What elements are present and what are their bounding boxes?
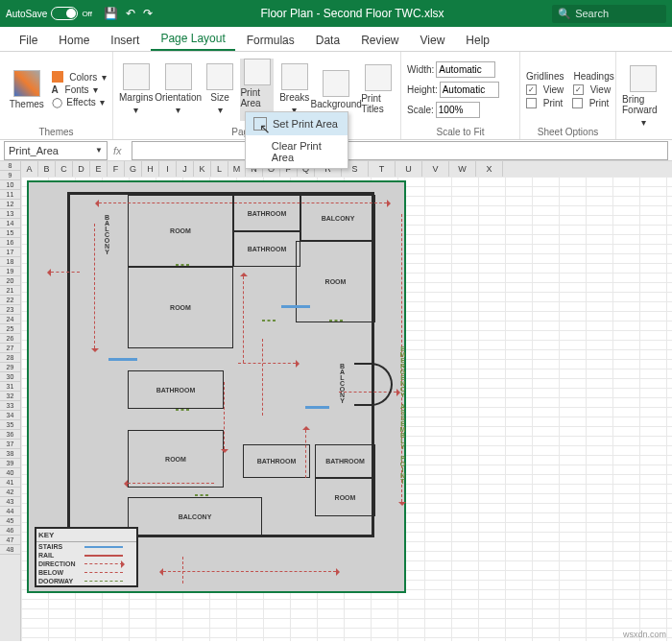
building-outline: ROOM BATHROOM BALCONY BATHROOM ROOM ROOM… bbox=[67, 192, 374, 537]
bathroom: BATHROOM bbox=[233, 231, 300, 267]
breaks-button[interactable]: Breaks▾ bbox=[277, 63, 311, 115]
print-area-dropdown: Set Print Area Clear Print Area bbox=[245, 111, 348, 169]
bathroom: BATHROOM bbox=[243, 444, 310, 478]
room: ROOM bbox=[128, 195, 233, 267]
background-button[interactable]: Background bbox=[315, 70, 357, 109]
floor-plan-selection: ROOM BATHROOM BALCONY BATHROOM ROOM ROOM… bbox=[27, 180, 406, 593]
emergency-label: EMERGENCY ASSEMBLY POINT bbox=[399, 345, 406, 484]
bring-forward-button[interactable]: Bring Forward▾ bbox=[622, 65, 664, 128]
search-input[interactable]: 🔍 Search bbox=[552, 5, 666, 23]
bathroom: BATHROOM bbox=[233, 195, 300, 231]
search-icon: 🔍 bbox=[558, 8, 571, 20]
tab-view[interactable]: View bbox=[411, 30, 455, 51]
toggle-icon bbox=[51, 7, 78, 20]
worksheet[interactable]: 8910111213141516171819202122232425262728… bbox=[0, 161, 672, 641]
headings-view-check[interactable]: ✓ bbox=[573, 84, 584, 95]
headings-print-check[interactable] bbox=[572, 98, 583, 108]
colors-button[interactable]: Colors ▾ bbox=[52, 71, 107, 83]
name-box[interactable]: Print_Area▼ bbox=[4, 141, 108, 160]
fonts-button[interactable]: A Fonts ▾ bbox=[52, 84, 107, 95]
row-headers[interactable]: 8910111213141516171819202122232425262728… bbox=[0, 161, 21, 641]
gridlines-view-check[interactable]: ✓ bbox=[526, 84, 537, 95]
tab-file[interactable]: File bbox=[10, 30, 47, 51]
save-icon[interactable]: 💾 bbox=[104, 7, 118, 20]
room: ROOM bbox=[296, 241, 375, 322]
balcony-label: BALCONY bbox=[104, 214, 110, 254]
tab-data[interactable]: Data bbox=[306, 30, 349, 51]
room: ROOM bbox=[315, 478, 375, 516]
fx-icon[interactable]: fx bbox=[108, 145, 128, 156]
margins-button[interactable]: Margins▾ bbox=[119, 63, 154, 115]
undo-icon[interactable]: ↶ bbox=[126, 7, 135, 20]
bathroom: BATHROOM bbox=[128, 370, 224, 409]
window-title: Floor Plan - Second Floor TWC.xlsx bbox=[158, 7, 546, 20]
height-input[interactable]: Height: bbox=[407, 82, 499, 98]
redo-icon[interactable]: ↷ bbox=[143, 7, 153, 20]
print-titles-button[interactable]: Print Titles bbox=[361, 64, 395, 114]
tab-help[interactable]: Help bbox=[456, 30, 499, 51]
tab-home[interactable]: Home bbox=[49, 30, 99, 51]
autosave-toggle[interactable]: AutoSave Off bbox=[6, 7, 92, 20]
size-button[interactable]: Size▾ bbox=[204, 63, 237, 115]
effects-button[interactable]: ◯ Effects ▾ bbox=[52, 97, 107, 107]
grid-area[interactable]: ROOM BATHROOM BALCONY BATHROOM ROOM ROOM… bbox=[21, 177, 672, 641]
formula-input[interactable] bbox=[132, 141, 668, 160]
room: ROOM bbox=[128, 430, 224, 488]
clear-print-area-item[interactable]: Clear Print Area bbox=[246, 135, 348, 168]
tab-insert[interactable]: Insert bbox=[101, 30, 149, 51]
tab-page-layout[interactable]: Page Layout bbox=[151, 28, 234, 51]
balcony-label: BALCONY bbox=[339, 363, 346, 403]
width-input[interactable]: Width: bbox=[407, 61, 499, 78]
ribbon-tabs: File Home Insert Page Layout Formulas Da… bbox=[0, 27, 672, 52]
cursor-icon: ↖ bbox=[259, 121, 271, 136]
tab-formulas[interactable]: Formulas bbox=[237, 30, 304, 51]
titlebar: AutoSave Off 💾 ↶ ↷ Floor Plan - Second F… bbox=[0, 0, 672, 27]
legend: KEY STAIRS RAIL DIRECTION BELOW DOORWAY bbox=[35, 527, 138, 587]
tab-review[interactable]: Review bbox=[351, 30, 408, 51]
scale-input[interactable]: Scale: bbox=[407, 102, 499, 118]
watermark: wsxdn.com bbox=[623, 630, 666, 639]
room: ROOM bbox=[128, 267, 233, 348]
bathroom: BATHROOM bbox=[315, 444, 375, 478]
orientation-button[interactable]: Orientation▾ bbox=[157, 63, 200, 115]
themes-button[interactable]: Themes bbox=[6, 70, 48, 109]
balcony: BALCONY bbox=[128, 497, 262, 536]
gridlines-print-check[interactable] bbox=[526, 98, 537, 108]
